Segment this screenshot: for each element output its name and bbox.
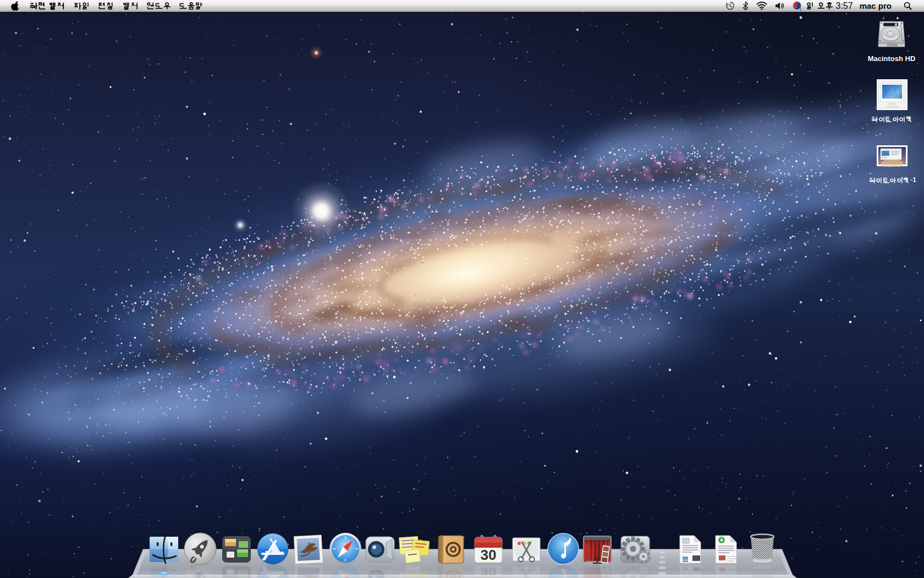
svg-text:2: 2	[800, 7, 802, 11]
